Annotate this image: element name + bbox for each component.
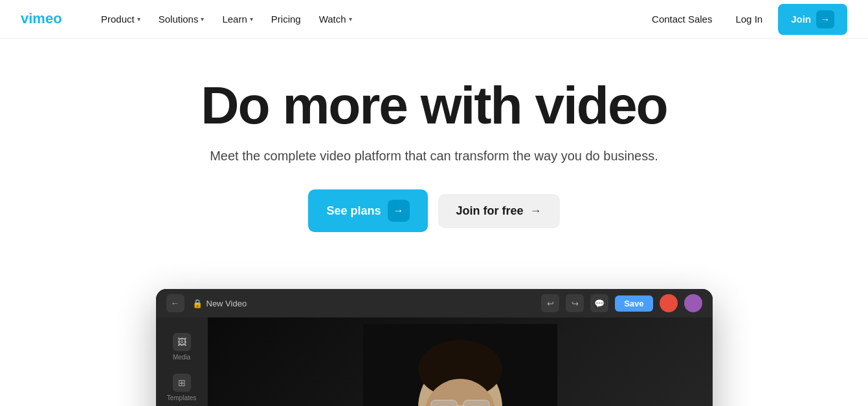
sidebar-tool-templates[interactable]: ⊞ Templates bbox=[162, 369, 201, 406]
nav-watch[interactable]: Watch ▾ bbox=[311, 8, 360, 30]
svg-rect-8 bbox=[463, 400, 489, 406]
nav-learn[interactable]: Learn ▾ bbox=[214, 8, 260, 30]
chevron-down-icon: ▾ bbox=[137, 16, 140, 23]
user-avatar-blue bbox=[684, 294, 702, 312]
video-preview bbox=[208, 317, 713, 406]
svg-text:vimeo: vimeo bbox=[21, 10, 62, 27]
save-button[interactable]: Save bbox=[615, 295, 652, 312]
svg-rect-7 bbox=[431, 400, 457, 406]
hero-title: Do more with video bbox=[13, 78, 855, 133]
navigation: vimeo Product ▾ Solutions ▾ Learn ▾ Pric… bbox=[0, 0, 868, 39]
undo-button[interactable]: ↩ bbox=[541, 294, 559, 312]
topbar-left: ← 🔒 New Video bbox=[166, 294, 247, 312]
chevron-down-icon: ▾ bbox=[250, 16, 253, 23]
back-button[interactable]: ← bbox=[166, 294, 184, 312]
lock-icon: 🔒 bbox=[192, 299, 203, 308]
vimeo-logo[interactable]: vimeo bbox=[21, 9, 72, 30]
topbar-right: ↩ ↪ 💬 Save bbox=[541, 294, 702, 312]
comment-button[interactable]: 💬 bbox=[590, 294, 608, 312]
sidebar-tool-label: Templates bbox=[167, 394, 197, 401]
contact-sales-link[interactable]: Contact Sales bbox=[644, 8, 720, 30]
join-button[interactable]: Join → bbox=[778, 4, 847, 35]
editor-topbar: ← 🔒 New Video ↩ ↪ 💬 Save bbox=[156, 289, 713, 317]
user-avatar-red bbox=[660, 294, 678, 312]
editor-canvas[interactable] bbox=[208, 317, 713, 406]
login-link[interactable]: Log In bbox=[728, 8, 770, 30]
sidebar-tool-media[interactable]: 🖼 Media bbox=[162, 328, 201, 366]
arrow-right-icon: → bbox=[388, 200, 410, 222]
video-title: 🔒 New Video bbox=[192, 299, 247, 308]
chevron-down-icon: ▾ bbox=[201, 16, 204, 23]
see-plans-button[interactable]: See plans → bbox=[308, 189, 427, 232]
redo-button[interactable]: ↪ bbox=[566, 294, 584, 312]
join-free-button[interactable]: Join for free → bbox=[438, 194, 560, 228]
arrow-right-icon: → bbox=[530, 204, 542, 218]
nav-solutions[interactable]: Solutions ▾ bbox=[151, 8, 212, 30]
nav-product[interactable]: Product ▾ bbox=[93, 8, 148, 30]
templates-icon: ⊞ bbox=[173, 374, 191, 392]
editor-window: ← 🔒 New Video ↩ ↪ 💬 Save 🖼 Me bbox=[156, 289, 713, 406]
nav-links: Product ▾ Solutions ▾ Learn ▾ Pricing Wa… bbox=[93, 8, 644, 30]
sidebar-tool-label: Media bbox=[173, 354, 190, 361]
chevron-down-icon: ▾ bbox=[349, 16, 352, 23]
nav-right-actions: Contact Sales Log In Join → bbox=[644, 4, 847, 35]
product-screenshot: ← 🔒 New Video ↩ ↪ 💬 Save 🖼 Me bbox=[0, 289, 868, 406]
editor-body: 🖼 Media ⊞ Templates T Text bbox=[156, 317, 713, 406]
media-icon: 🖼 bbox=[173, 333, 191, 351]
nav-pricing[interactable]: Pricing bbox=[263, 8, 309, 30]
hero-cta-buttons: See plans → Join for free → bbox=[13, 189, 855, 232]
editor-sidebar: 🖼 Media ⊞ Templates T Text bbox=[156, 317, 208, 406]
video-content bbox=[363, 324, 557, 406]
hero-subtitle: Meet the complete video platform that ca… bbox=[13, 149, 855, 164]
hero-section: Do more with video Meet the complete vid… bbox=[0, 39, 868, 289]
arrow-right-icon: → bbox=[816, 10, 834, 28]
